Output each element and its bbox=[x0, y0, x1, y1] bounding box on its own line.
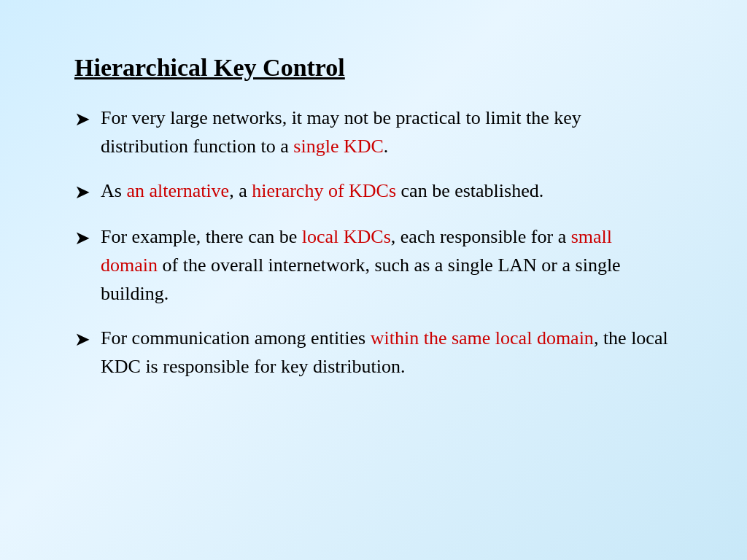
highlight-an-alternative: an alternative bbox=[126, 180, 229, 201]
bullet-item-1: ➤ For very large networks, it may not be… bbox=[74, 104, 673, 160]
bullet-text-3: For example, there can be local KDCs, ea… bbox=[101, 222, 673, 308]
bullet-item-3: ➤ For example, there can be local KDCs, … bbox=[74, 222, 673, 308]
slide: Hierarchical Key Control ➤ For very larg… bbox=[23, 18, 724, 542]
slide-title: Hierarchical Key Control bbox=[74, 54, 673, 82]
bullet-arrow-3: ➤ bbox=[74, 224, 90, 252]
highlight-local-kdcs: local KDCs bbox=[302, 226, 391, 247]
bullet-arrow-1: ➤ bbox=[74, 105, 90, 133]
highlight-within-same-local-domain: within the same local domain bbox=[371, 327, 594, 349]
bullet-text-2: As an alternative, a hierarchy of KDCs c… bbox=[101, 176, 673, 205]
highlight-hierarchy-kdcs: hierarchy of KDCs bbox=[252, 180, 396, 201]
bullet-item-4: ➤ For communication among entities withi… bbox=[74, 324, 673, 381]
highlight-single-kdc: single KDC bbox=[293, 136, 384, 157]
bullet-item-2: ➤ As an alternative, a hierarchy of KDCs… bbox=[74, 176, 673, 206]
bullet-text-1: For very large networks, it may not be p… bbox=[101, 104, 673, 160]
bullet-text-4: For communication among entities within … bbox=[101, 324, 673, 381]
bullet-arrow-2: ➤ bbox=[74, 178, 90, 206]
bullet-list: ➤ For very large networks, it may not be… bbox=[74, 104, 673, 381]
bullet-arrow-4: ➤ bbox=[74, 325, 90, 354]
